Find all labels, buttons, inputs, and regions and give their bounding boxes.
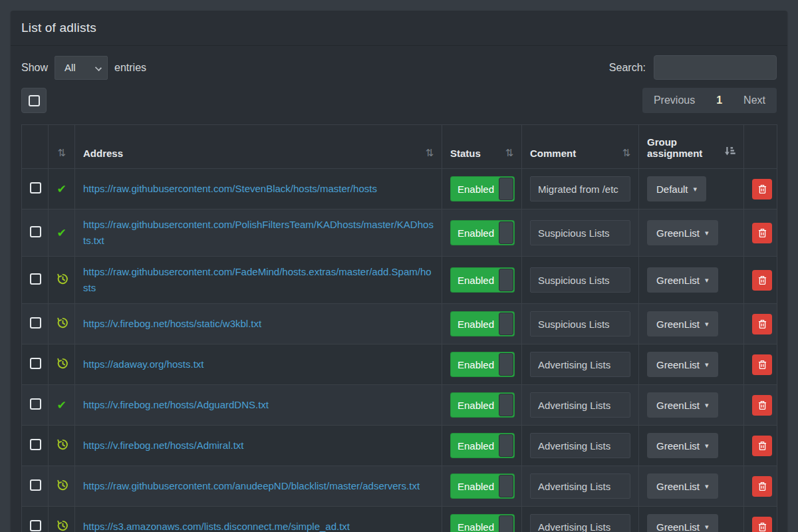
check-icon: ✔ — [57, 398, 66, 412]
comment-field[interactable]: Advertising Lists — [530, 392, 630, 418]
history-icon — [57, 479, 69, 493]
entries-select-value: All — [65, 62, 76, 73]
row-checkbox[interactable] — [30, 182, 41, 194]
group-assignment-dropdown[interactable]: GreenList ▾ — [647, 267, 718, 293]
update-status-cell — [57, 439, 69, 450]
row-checkbox[interactable] — [30, 398, 41, 410]
group-assignment-dropdown[interactable]: GreenList ▾ — [647, 392, 718, 418]
header-update-status-column[interactable]: ⇅ — [49, 125, 75, 169]
row-checkbox[interactable] — [30, 358, 41, 369]
status-toggle[interactable]: Enabled — [450, 220, 515, 245]
row-checkbox[interactable] — [30, 273, 41, 285]
comment-field[interactable]: Migrated from /etc — [530, 176, 630, 201]
adlist-table-row: https://raw.githubusercontent.com/anudee… — [22, 466, 777, 507]
comment-field[interactable]: Advertising Lists — [530, 514, 630, 532]
adlist-table-row: ✔ https://raw.githubusercontent.com/Stev… — [22, 169, 777, 209]
sort-icon[interactable]: ⇅ — [425, 147, 434, 159]
header-group-assignment[interactable]: Group assignment — [639, 125, 744, 169]
group-assignment-dropdown[interactable]: GreenList ▾ — [647, 433, 718, 458]
sort-icon[interactable]: ⇅ — [622, 147, 630, 159]
adlist-url-link[interactable]: https://v.firebog.net/hosts/AdguardDNS.t… — [83, 397, 434, 413]
group-assignment-dropdown[interactable]: Default ▾ — [647, 176, 706, 201]
page: List of adlists Show All entries Search: — [0, 0, 798, 532]
delete-button[interactable] — [752, 354, 772, 375]
row-checkbox[interactable] — [30, 317, 41, 329]
update-status-cell — [57, 520, 69, 531]
status-toggle-label: Enabled — [450, 481, 501, 492]
group-assignment-dropdown[interactable]: GreenList ▾ — [647, 220, 718, 245]
status-toggle[interactable]: Enabled — [450, 392, 515, 418]
trash-icon — [758, 319, 767, 329]
adlist-url-link[interactable]: https://raw.githubusercontent.com/anudee… — [83, 478, 434, 494]
status-toggle[interactable]: Enabled — [450, 267, 515, 293]
check-icon: ✔ — [57, 182, 66, 196]
header-address[interactable]: Address ⇅ — [75, 125, 442, 169]
delete-button[interactable] — [752, 436, 772, 456]
group-assignment-dropdown[interactable]: GreenList ▾ — [647, 514, 718, 532]
delete-button[interactable] — [752, 270, 772, 291]
adlist-table-row: ✔ https://raw.githubusercontent.com/Poli… — [22, 209, 777, 257]
group-assignment-dropdown[interactable]: GreenList ▾ — [647, 352, 718, 377]
adlist-url-link[interactable]: https://raw.githubusercontent.com/Polish… — [83, 217, 434, 249]
delete-button[interactable] — [752, 179, 772, 200]
comment-field[interactable]: Advertising Lists — [530, 352, 630, 377]
pagination-page-1[interactable]: 1 — [716, 94, 722, 106]
status-toggle[interactable]: Enabled — [450, 311, 515, 336]
delete-button[interactable] — [752, 395, 772, 416]
header-status[interactable]: Status ⇅ — [442, 125, 522, 169]
comment-field[interactable]: Suspicious Lists — [530, 220, 630, 245]
delete-button[interactable] — [752, 476, 772, 497]
history-icon — [57, 273, 69, 287]
comment-field[interactable]: Suspicious Lists — [530, 311, 630, 336]
caret-down-icon: ▾ — [705, 320, 709, 329]
status-toggle-label: Enabled — [450, 184, 501, 195]
pagination-previous[interactable]: Previous — [654, 94, 695, 106]
adlist-url-link[interactable]: https://adaway.org/hosts.txt — [83, 356, 434, 372]
comment-field[interactable]: Advertising Lists — [530, 473, 630, 499]
sort-icon[interactable]: ⇅ — [57, 147, 66, 159]
status-toggle[interactable]: Enabled — [450, 352, 515, 377]
controls-row: Previous 1 Next — [21, 88, 777, 113]
status-toggle[interactable]: Enabled — [450, 514, 515, 532]
adlist-url-link[interactable]: https://v.firebog.net/hosts/static/w3kbl… — [83, 316, 434, 332]
row-checkbox[interactable] — [30, 226, 41, 237]
toggle-knob — [499, 221, 513, 244]
pagination-next[interactable]: Next — [743, 94, 765, 106]
delete-button[interactable] — [752, 517, 772, 532]
row-checkbox[interactable] — [30, 439, 41, 450]
adlist-url-link[interactable]: https://raw.githubusercontent.com/Steven… — [83, 181, 434, 197]
group-assignment-dropdown[interactable]: GreenList ▾ — [647, 311, 718, 336]
adlist-url-link[interactable]: https://s3.amazonaws.com/lists.disconnec… — [83, 519, 434, 532]
adlist-table-row: https://v.firebog.net/hosts/static/w3kbl… — [22, 304, 777, 344]
toolbar: Show All entries Search: — [21, 55, 777, 80]
row-checkbox[interactable] — [30, 479, 41, 491]
history-icon — [57, 317, 69, 331]
status-toggle[interactable]: Enabled — [450, 433, 515, 458]
sort-icon[interactable]: ⇅ — [505, 147, 513, 159]
status-toggle[interactable]: Enabled — [450, 473, 515, 499]
entries-length-control: Show All entries — [21, 56, 146, 80]
adlist-url-link[interactable]: https://v.firebog.net/hosts/Admiral.txt — [83, 438, 434, 454]
trash-icon — [758, 441, 767, 451]
delete-button[interactable] — [752, 314, 772, 334]
row-checkbox[interactable] — [30, 520, 41, 531]
caret-down-icon: ▾ — [705, 401, 709, 410]
status-toggle[interactable]: Enabled — [450, 176, 515, 201]
header-checkbox-column — [22, 125, 49, 169]
delete-button[interactable] — [752, 223, 772, 243]
group-assignment-dropdown[interactable]: GreenList ▾ — [647, 473, 718, 499]
select-all-checkbox-icon — [29, 95, 40, 106]
update-status-cell — [57, 358, 69, 369]
select-all-button[interactable] — [21, 88, 47, 113]
toggle-knob — [499, 313, 513, 335]
adlist-url-link[interactable]: https://raw.githubusercontent.com/FadeMi… — [83, 264, 434, 296]
sort-amount-down-icon[interactable] — [724, 146, 735, 159]
update-status-cell — [57, 479, 69, 491]
entries-select[interactable]: All — [55, 56, 108, 80]
header-comment[interactable]: Comment ⇅ — [522, 125, 639, 169]
comment-field[interactable]: Advertising Lists — [530, 433, 630, 458]
search-input[interactable] — [654, 55, 777, 80]
trash-icon — [758, 360, 767, 370]
adlist-table-row: https://v.firebog.net/hosts/Admiral.txt … — [22, 426, 777, 466]
comment-field[interactable]: Suspicious Lists — [530, 267, 630, 293]
